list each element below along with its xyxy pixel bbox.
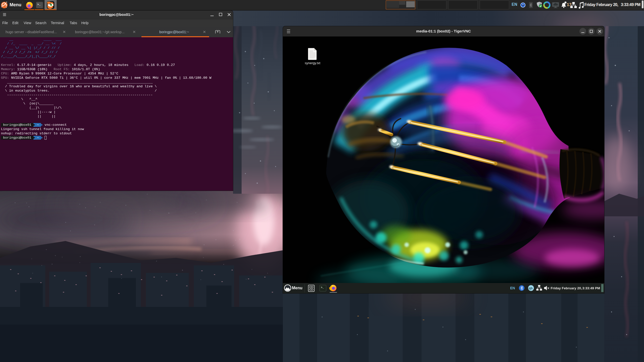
svg-text:>_: >_	[37, 3, 41, 6]
svg-text:>_: >_	[321, 286, 324, 289]
svg-text:qb: qb	[529, 287, 533, 290]
